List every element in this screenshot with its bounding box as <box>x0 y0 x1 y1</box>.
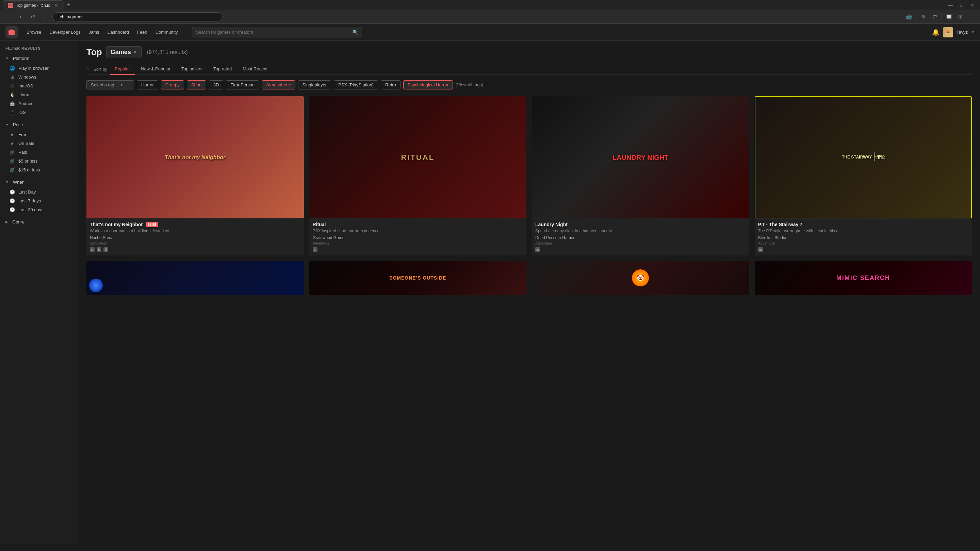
game-platforms-ritual: ⊞ <box>313 247 523 252</box>
filter-15-or-less[interactable]: 🛒 $15 or less <box>0 165 78 174</box>
menu-icon[interactable]: ≡ <box>967 12 977 21</box>
share-icon[interactable]: ⊕ <box>918 12 928 21</box>
filter-macos[interactable]: ⌘ macOS <box>0 81 78 90</box>
site-header: Browse Developer Logs Jams Dashboard Fee… <box>0 24 980 41</box>
new-tab-button[interactable]: + <box>64 0 73 10</box>
filter-last-day[interactable]: 🕐 Last Day <box>0 187 78 196</box>
filter-last-7-days[interactable]: 🕐 Last 7 days <box>0 196 78 205</box>
filter-paid[interactable]: 🛒 Paid <box>0 148 78 156</box>
search-icon: 🔍 <box>353 30 358 35</box>
platform-section-header[interactable]: Platform <box>0 54 78 63</box>
user-name[interactable]: Tavyz <box>956 30 968 35</box>
game-card-neighbor[interactable]: That's not my Neighbor That's not my Nei… <box>86 96 304 256</box>
tag-select-dropdown[interactable]: Select a tag... ▼ <box>86 80 134 89</box>
nav-jams[interactable]: Jams <box>85 27 102 37</box>
address-bar: ‹ › ↺ ⌂ 📺 ⊕ 🛡 🔲 ⊞ ≡ <box>0 10 980 24</box>
game-title-neighbor: That's not my Neighbor <box>90 222 143 227</box>
nav-dashboard[interactable]: Dashboard <box>104 27 132 37</box>
filter-last-7-days-label: Last 7 days <box>18 198 41 203</box>
avatar[interactable]: 🦊 <box>943 27 953 37</box>
tag-psx-playstation[interactable]: PSX (PlayStation) <box>334 80 378 89</box>
filter-android[interactable]: 🤖 Android <box>0 99 78 108</box>
game-title-stairway: P.T - The Stairway 7 <box>758 222 802 227</box>
game-card-laundry[interactable]: LAUNDRY NIGHT Laundry Night Spend a cree… <box>532 96 749 256</box>
platform-items: 🌐 Play in browser ⊞ Windows ⌘ macOS 🐧 Li… <box>0 63 78 118</box>
filter-paid-label: Paid <box>18 150 27 155</box>
filter-section-price: Price ★ Free ★ On Sale 🛒 Paid 🛒 $5 or le… <box>0 120 78 175</box>
active-tab[interactable]: 🎮 Top games - itch.io ✕ <box>3 0 64 10</box>
filter-title: FILTER RESULTS <box>0 46 78 54</box>
filter-section-platform: Platform 🌐 Play in browser ⊞ Windows ⌘ m… <box>0 54 78 118</box>
site-logo[interactable] <box>5 26 18 38</box>
tag-creepy[interactable]: Creepy <box>161 80 184 89</box>
extensions-icon[interactable]: 🔲 <box>944 12 953 21</box>
filter-5-or-less[interactable]: 🛒 $5 or less <box>0 156 78 165</box>
ios-icon: 📱 <box>10 110 15 115</box>
sort-tab-most-recent[interactable]: Most Recent <box>238 64 272 75</box>
home-button[interactable]: ⌂ <box>40 12 50 21</box>
tag-retro[interactable]: Retro <box>381 80 401 89</box>
game-card-mimic[interactable]: MIMIC SEARCH <box>755 261 972 295</box>
price-section-header[interactable]: Price <box>0 120 78 129</box>
minimize-button[interactable]: — <box>946 0 956 10</box>
when-arrow-icon <box>5 180 9 184</box>
game-card-blue[interactable] <box>86 261 304 295</box>
sort-tab-top-rated[interactable]: Top rated <box>208 64 237 75</box>
nav-browse[interactable]: Browse <box>23 27 45 37</box>
game-card-ritual[interactable]: RITUAL Ritual PSX inspired short horror … <box>309 96 527 256</box>
tag-atmospheric[interactable]: Atmospheric <box>262 80 295 89</box>
when-section-header[interactable]: When <box>0 178 78 187</box>
filter-section-genre: Genre <box>0 218 78 227</box>
tab-close-button[interactable]: ✕ <box>53 3 59 8</box>
tag-singleplayer[interactable]: Singleplayer <box>298 80 331 89</box>
back-button[interactable]: ‹ <box>3 12 13 21</box>
genre-section-header[interactable]: Genre <box>0 218 78 227</box>
notifications-icon[interactable]: 🔔 <box>932 29 940 36</box>
game-card-outside[interactable]: SOMEONE'S OUTSIDE <box>309 261 527 295</box>
tag-first-person[interactable]: First-Person <box>226 80 259 89</box>
maximize-button[interactable]: □ <box>957 0 966 10</box>
filter-windows[interactable]: ⊞ Windows <box>0 73 78 81</box>
game-card-stairway[interactable]: THE STAIRWAY├ 階段 P.T - The Stairway 7 Th… <box>755 96 972 256</box>
sort-tab-popular[interactable]: Popular <box>110 64 135 75</box>
filter-macos-label: macOS <box>18 83 33 89</box>
filter-on-sale[interactable]: ★ On Sale <box>0 139 78 148</box>
refresh-button[interactable]: ↺ <box>28 12 37 21</box>
tag-short[interactable]: Short <box>187 80 206 89</box>
filter-last-30-days[interactable]: 🕐 Last 30 days <box>0 205 78 214</box>
user-dropdown-icon[interactable]: ▼ <box>971 30 975 34</box>
address-input[interactable] <box>52 12 223 21</box>
windows-platform-icon: ⊞ <box>535 247 540 252</box>
filter-linux[interactable]: 🐧 Linux <box>0 90 78 99</box>
browser-icon: 🌐 <box>10 65 15 71</box>
page-title: Top <box>86 47 102 57</box>
search-input[interactable] <box>196 27 350 37</box>
macos-icon: ⌘ <box>10 83 15 89</box>
nav-community[interactable]: Community <box>152 27 181 37</box>
cast-icon[interactable]: 📺 <box>904 12 914 21</box>
sort-tab-new-popular[interactable]: New & Popular <box>136 64 175 75</box>
games-grid: That's not my Neighbor That's not my Nei… <box>86 96 972 295</box>
nav-developer-logs[interactable]: Developer Logs <box>46 27 84 37</box>
filter-play-in-browser[interactable]: 🌐 Play in browser <box>0 64 78 73</box>
sidebar-icon[interactable]: ⊞ <box>956 12 965 21</box>
close-button[interactable]: ✕ <box>968 0 977 10</box>
tag-horror[interactable]: Horror <box>137 80 158 89</box>
game-author-neighbor: Nacho Sama <box>90 235 301 240</box>
game-info-laundry: Laundry Night Spend a creepy night in a … <box>532 218 749 256</box>
android-icon: 🤖 <box>10 101 15 106</box>
view-all-tags-link[interactable]: (View all tags) <box>456 82 483 87</box>
tag-psychological-horror[interactable]: Psychological Horror <box>403 80 453 89</box>
shield-icon[interactable]: 🛡 <box>930 12 940 21</box>
forward-button[interactable]: › <box>16 12 25 21</box>
filter-free[interactable]: ★ Free <box>0 130 78 139</box>
free-icon: ★ <box>10 132 15 137</box>
genre-label: Genre <box>12 219 24 224</box>
game-card-jollibee[interactable]: 🤡 <box>532 261 749 295</box>
tag-3d[interactable]: 3D <box>209 80 224 89</box>
sort-tab-top-sellers[interactable]: Top sellers <box>177 64 207 75</box>
nav-feed[interactable]: Feed <box>134 27 151 37</box>
filter-free-label: Free <box>18 132 27 137</box>
filter-ios[interactable]: 📱 iOS <box>0 108 78 117</box>
category-dropdown[interactable]: Games ▼ <box>106 46 142 58</box>
